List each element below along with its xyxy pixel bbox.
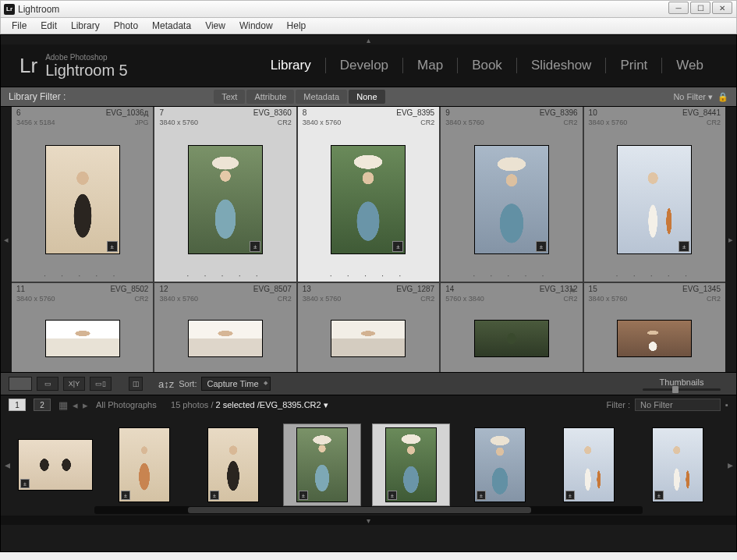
filmstrip-item[interactable]: ± xyxy=(283,424,361,506)
right-panel-toggle[interactable]: ▸ xyxy=(725,107,736,372)
monitor-2-button[interactable]: 2 xyxy=(34,399,51,411)
module-map[interactable]: Map xyxy=(402,58,457,73)
rating-dots[interactable]: · · · · · xyxy=(584,269,725,282)
nav-forward-icon[interactable]: ▸ xyxy=(83,399,88,411)
grid-cell[interactable]: 11EVG_8502 3840 x 5760CR2 xyxy=(12,283,153,372)
filmstrip-item[interactable]: ± xyxy=(461,424,539,506)
grid-cell[interactable]: 6EVG_1036д 3456 x 5184JPG ± · · · · · xyxy=(12,107,153,282)
rating-dots[interactable]: · · · · · xyxy=(154,269,296,282)
breadcrumb[interactable]: All Photographs 15 photos / 2 selected /… xyxy=(96,400,328,410)
thumbnail-image[interactable] xyxy=(331,320,406,357)
filmstrip-item[interactable]: ± xyxy=(105,424,183,506)
flag-icon[interactable]: ⚑ xyxy=(569,286,579,297)
minimize-button[interactable]: ─ xyxy=(668,2,689,14)
thumbnail-size-slider[interactable] xyxy=(643,388,721,391)
thumbnail-image[interactable] xyxy=(188,320,263,357)
lock-icon[interactable]: 🔒 xyxy=(718,91,728,102)
grid-cell[interactable]: 13EVG_1287 3840 x 5760CR2 xyxy=(298,283,439,372)
filmstrip-item[interactable]: ± xyxy=(639,424,717,506)
rating-dots[interactable]: · · · · · xyxy=(441,269,582,282)
thumbnail-image[interactable]: ± xyxy=(45,145,120,254)
thumbnail-image[interactable]: ± xyxy=(331,145,406,254)
cell-index: 13 xyxy=(303,285,311,293)
rating-dots[interactable]: · · · · · xyxy=(298,269,439,282)
develop-badge-icon: ± xyxy=(392,241,403,252)
bottom-panel-toggle[interactable]: ▾ xyxy=(1,516,736,525)
menu-file[interactable]: File xyxy=(5,19,33,33)
grid-cell[interactable]: 15EVG_1345 3840 x 5760CR2 xyxy=(584,283,725,372)
module-print[interactable]: Print xyxy=(605,58,661,73)
grid-cell[interactable]: 12EVG_8507 3840 x 5760CR2 xyxy=(154,283,296,372)
cell-filename: EVG_8396 xyxy=(540,108,578,117)
maximize-button[interactable]: ☐ xyxy=(690,2,710,14)
thumbnail-image[interactable] xyxy=(474,320,549,357)
module-slideshow[interactable]: Slideshow xyxy=(516,58,606,73)
filmstrip-scroll-right[interactable]: ▸ xyxy=(724,414,736,516)
filter-tab-none[interactable]: None xyxy=(349,90,384,104)
view-compare-button[interactable]: X|Y xyxy=(63,377,85,391)
nav-back-icon[interactable]: ◂ xyxy=(73,399,78,411)
left-panel-toggle[interactable]: ◂ xyxy=(1,107,12,372)
module-library[interactable]: Library xyxy=(257,58,325,73)
close-button[interactable]: ✕ xyxy=(712,2,732,14)
view-loupe-button[interactable]: ▭ xyxy=(37,377,58,391)
library-filter-bar: Library Filter : TextAttributeMetadataNo… xyxy=(1,87,736,107)
view-survey-button[interactable]: ▭▯ xyxy=(90,377,112,391)
sort-direction[interactable]: a↕z xyxy=(158,378,174,390)
grid-cell[interactable]: 7EVG_8360 3840 x 5760CR2 ± · · · · · xyxy=(154,107,296,282)
filmstrip-thumbnail: ± xyxy=(119,427,170,502)
grid-cell[interactable]: 9EVG_8396 3840 x 5760CR2 ± · · · · · xyxy=(441,107,582,282)
module-develop[interactable]: Develop xyxy=(325,58,402,73)
top-panel-toggle[interactable]: ▴ xyxy=(1,35,736,44)
brand-big: Lightroom 5 xyxy=(45,62,128,79)
filmstrip-item[interactable]: ± xyxy=(194,424,272,506)
grid-cell[interactable]: 10EVG_8441 3840 x 5760CR2 ± · · · · · xyxy=(584,107,725,282)
cell-filename: EVG_8507 xyxy=(253,285,292,293)
filmstrip-item[interactable]: ± xyxy=(372,424,450,506)
filmstrip-thumbnail: ± xyxy=(563,427,615,502)
cell-dims: 3840 x 5760 xyxy=(445,119,484,126)
filter-tab-metadata[interactable]: Metadata xyxy=(296,90,347,104)
filmstrip-filter-select[interactable]: No Filter xyxy=(635,399,721,411)
cell-index: 15 xyxy=(589,285,597,293)
filmstrip-scroll-left[interactable]: ◂ xyxy=(1,414,13,516)
thumbnail-image[interactable]: ± xyxy=(188,145,263,254)
cell-index: 8 xyxy=(303,108,307,117)
filter-preset[interactable]: No Filter ▾ xyxy=(673,92,713,102)
thumbnail-image[interactable]: ± xyxy=(474,145,549,254)
thumbnail-image[interactable] xyxy=(617,320,692,357)
filmstrip-filter-label: Filter : xyxy=(607,400,631,409)
thumbnail-image[interactable] xyxy=(45,320,120,357)
view-grid-button[interactable] xyxy=(9,377,32,391)
sort-select[interactable]: Capture Time xyxy=(201,377,270,391)
filter-switch-icon[interactable]: ▪ xyxy=(725,400,728,409)
cell-filename: EVG_8395 xyxy=(396,108,434,117)
menu-window[interactable]: Window xyxy=(233,19,279,33)
filmstrip-thumbnail: ± xyxy=(207,427,259,502)
grid-mode-icon[interactable]: ▦ xyxy=(58,399,68,411)
filmstrip-item[interactable]: ± xyxy=(16,424,94,506)
grid-cell[interactable]: 8EVG_8395 3840 x 5760CR2 ± · · · · · xyxy=(298,107,439,282)
menu-bar: FileEditLibraryPhotoMetadataViewWindowHe… xyxy=(0,17,737,34)
menu-help[interactable]: Help xyxy=(281,19,313,33)
module-book[interactable]: Book xyxy=(457,58,516,73)
develop-badge-icon: ± xyxy=(20,479,30,488)
grid-cell[interactable]: 14EVG_1312 5760 x 3840CR2 ⚑ xyxy=(441,283,582,372)
monitor-1-button[interactable]: 1 xyxy=(9,399,26,411)
filmstrip-item[interactable]: ± xyxy=(550,424,628,506)
menu-edit[interactable]: Edit xyxy=(34,19,63,33)
filmstrip-scrollbar[interactable] xyxy=(94,506,643,514)
menu-metadata[interactable]: Metadata xyxy=(146,19,197,33)
filter-tab-text[interactable]: Text xyxy=(214,90,245,104)
rating-dots[interactable]: · · · · · xyxy=(12,269,153,282)
develop-badge-icon: ± xyxy=(210,491,219,500)
menu-photo[interactable]: Photo xyxy=(108,19,144,33)
painter-tool[interactable]: ◫ xyxy=(129,377,143,391)
filter-tab-attribute[interactable]: Attribute xyxy=(246,90,294,104)
menu-view[interactable]: View xyxy=(199,19,232,33)
thumbnail-image[interactable]: ± xyxy=(617,145,692,254)
module-web[interactable]: Web xyxy=(661,58,718,73)
cell-index: 10 xyxy=(589,108,597,117)
menu-library[interactable]: Library xyxy=(65,19,106,33)
cell-ext: CR2 xyxy=(707,295,721,303)
